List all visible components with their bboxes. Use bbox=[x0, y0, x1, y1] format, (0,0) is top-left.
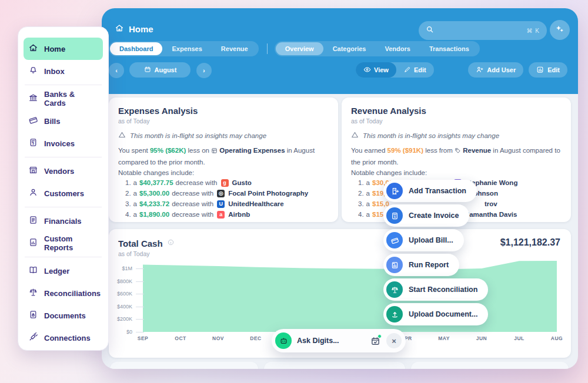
x-axis-label: DEC bbox=[243, 335, 269, 341]
x-axis-label: JUL bbox=[506, 335, 532, 341]
x-axis-label: MAY bbox=[431, 335, 457, 341]
sidebar-item-label: Customers bbox=[44, 189, 84, 198]
edit-mode-button[interactable]: Edit bbox=[396, 62, 434, 78]
y-axis-label: $200K bbox=[110, 316, 132, 322]
vendor-logo-gusto: g bbox=[221, 179, 229, 187]
close-icon[interactable]: × bbox=[386, 333, 402, 348]
y-axis-label: $1M bbox=[110, 266, 132, 271]
report-icon bbox=[28, 237, 38, 249]
vendor-logo-unitedhealthcare: U bbox=[217, 200, 225, 208]
tab-overview[interactable]: Overview bbox=[276, 42, 323, 55]
tab-vendors[interactable]: Vendors bbox=[375, 42, 419, 55]
app-header: Home ⌘ K Dashboard Expenses Revenue bbox=[102, 8, 578, 94]
schedule-icon[interactable] bbox=[369, 336, 381, 346]
start-reconciliation-button[interactable]: Start Reconciliation bbox=[383, 278, 488, 301]
add-user-button[interactable]: Add User bbox=[468, 62, 523, 78]
expenses-as-of: as of Today bbox=[118, 117, 329, 125]
sparkle-icon bbox=[555, 24, 564, 36]
sidebar-item-vendors[interactable]: Vendors bbox=[24, 160, 103, 182]
scales-icon bbox=[28, 287, 38, 299]
revenue-as-of: as of Today bbox=[351, 117, 562, 125]
y-axis-tick bbox=[136, 332, 144, 332]
x-axis-label: SEP bbox=[130, 335, 156, 341]
sidebar-item-customers[interactable]: Customers bbox=[24, 182, 103, 204]
tab-categories[interactable]: Categories bbox=[323, 42, 376, 55]
sidebar-item-reconciliations[interactable]: Reconciliations bbox=[24, 282, 103, 304]
add-transaction-button[interactable]: Add Transaction bbox=[383, 180, 477, 202]
run-report-button[interactable]: Run Report bbox=[383, 254, 459, 276]
sidebar-item-banks-cards[interactable]: Banks & Cards bbox=[24, 88, 103, 110]
sidebar-item-label: Connections bbox=[44, 334, 91, 342]
y-axis-label: $0 bbox=[110, 329, 132, 335]
chevron-left-icon: ‹ bbox=[115, 67, 118, 74]
sidebar-item-label: Invoices bbox=[44, 139, 75, 148]
expense-change-row[interactable]: 1.a$40,377.75decrease withgGusto bbox=[125, 179, 329, 187]
vendor-logo-focal-point: ◎ bbox=[217, 190, 225, 197]
hidden-card bbox=[110, 362, 258, 369]
revenue-notable-label: Notable changes include: bbox=[351, 169, 562, 176]
sidebar-item-ledger[interactable]: Ledger bbox=[24, 260, 103, 282]
page-title: Home bbox=[115, 23, 153, 35]
next-period-button[interactable]: › bbox=[196, 63, 212, 78]
sidebar-item-bills[interactable]: Bills bbox=[24, 110, 103, 132]
hidden-card bbox=[264, 362, 405, 369]
y-axis-tick bbox=[136, 319, 144, 320]
y-axis-label: $800K bbox=[110, 278, 132, 284]
tab-dashboard[interactable]: Dashboard bbox=[110, 42, 162, 55]
ai-assistant-button[interactable] bbox=[550, 20, 570, 40]
y-axis-label: $400K bbox=[110, 304, 132, 310]
expenses-notable-label: Notable changes include: bbox=[118, 169, 329, 176]
sidebar-item-financials[interactable]: Financials bbox=[24, 210, 103, 232]
expenses-summary: You spent 95% ($62K) less on Operating E… bbox=[118, 146, 329, 168]
sidebar-item-label: Inbox bbox=[44, 67, 65, 76]
tab-transactions[interactable]: Transactions bbox=[420, 42, 479, 55]
sidebar-divider bbox=[25, 207, 102, 207]
view-mode-button[interactable]: View bbox=[356, 62, 396, 78]
period-selector[interactable]: August bbox=[129, 62, 191, 78]
expense-change-row[interactable]: 3.a$4,233.72decrease withUUnitedHealthca… bbox=[125, 200, 329, 209]
person-icon bbox=[28, 187, 38, 199]
expense-change-row[interactable]: 2.a$5,300.00decrease with◎Focal Point Ph… bbox=[125, 189, 329, 198]
sidebar-item-home[interactable]: Home bbox=[24, 38, 103, 60]
sidebar-item-label: Financials bbox=[44, 217, 82, 226]
plug-icon bbox=[28, 332, 38, 344]
sidebar-item-inbox[interactable]: Inbox bbox=[24, 60, 103, 82]
storefront-icon bbox=[28, 165, 38, 177]
add-transaction-icon bbox=[386, 183, 403, 199]
create-invoice-icon: $ bbox=[386, 207, 403, 224]
sidebar-item-label: Ledger bbox=[44, 267, 69, 276]
view-edit-toggle: View Edit bbox=[356, 62, 434, 78]
y-axis-label: $600K bbox=[110, 291, 132, 297]
expense-change-row[interactable]: 4.a$1,890.00decrease withaAirbnb bbox=[125, 210, 329, 219]
sidebar-item-custom-reports[interactable]: Custom Reports bbox=[24, 232, 103, 254]
ask-digits-bar[interactable]: Ask Digits... × bbox=[272, 329, 406, 352]
edit-mode-label: Edit bbox=[414, 66, 426, 73]
upload-bill-button[interactable]: Upload Bill... bbox=[383, 229, 464, 251]
y-axis-tick bbox=[136, 307, 144, 307]
view-mode-label: View bbox=[374, 66, 389, 73]
sidebar-item-connections[interactable]: Connections bbox=[24, 327, 103, 349]
upload-bill-icon bbox=[386, 232, 403, 248]
add-user-icon bbox=[476, 66, 483, 75]
page-title-label: Home bbox=[129, 24, 153, 34]
tab-expenses[interactable]: Expenses bbox=[162, 42, 211, 55]
eye-icon bbox=[363, 66, 371, 75]
revenue-summary: You earned 59% ($91K) less from Revenue … bbox=[351, 146, 562, 168]
previous-period-button[interactable]: ‹ bbox=[109, 63, 124, 78]
warning-icon bbox=[351, 131, 359, 140]
sidebar: Home Inbox Banks & Cards Bills $ Invoice… bbox=[18, 26, 109, 351]
search-input[interactable]: ⌘ K bbox=[419, 21, 547, 40]
sidebar-item-invoices[interactable]: $ Invoices bbox=[24, 132, 103, 154]
upload-document-button[interactable]: Upload Document... bbox=[383, 303, 488, 325]
create-invoice-button[interactable]: $ Create Invoice bbox=[383, 204, 469, 227]
sidebar-item-label: Custom Reports bbox=[44, 234, 98, 252]
credit-card-icon bbox=[28, 115, 38, 127]
add-user-label: Add User bbox=[487, 66, 516, 73]
revenue-analysis-title: Revenue Analysis bbox=[351, 106, 562, 116]
tab-revenue[interactable]: Revenue bbox=[212, 42, 258, 55]
app-window: Home ⌘ K Dashboard Expenses Revenue bbox=[102, 8, 578, 369]
svg-text:$: $ bbox=[32, 142, 34, 145]
sidebar-item-documents[interactable]: Documents bbox=[24, 304, 103, 327]
edit-dashboard-button[interactable]: Edit bbox=[529, 62, 567, 78]
sidebar-item-label: Reconciliations bbox=[44, 289, 101, 298]
